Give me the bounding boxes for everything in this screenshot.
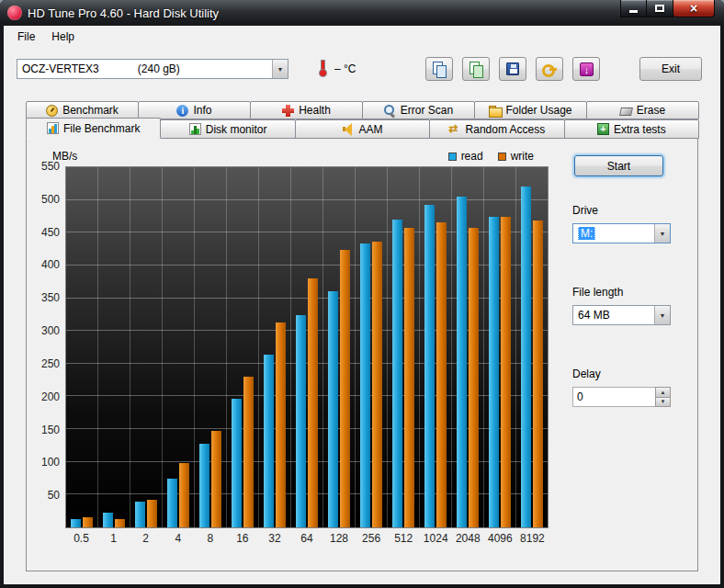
tab-label: Extra tests [614, 123, 666, 136]
bar-group-2 [130, 167, 163, 527]
drive-selector-text: OCZ-VERTEX3(240 gB) [17, 62, 272, 75]
drive-selector-combobox[interactable]: OCZ-VERTEX3(240 gB) ▼ [17, 59, 288, 79]
menu-file[interactable]: File [9, 28, 43, 46]
x-tick-label: 4096 [484, 532, 516, 545]
y-tick-label: 150 [41, 424, 60, 436]
tab-benchmark[interactable]: Benchmark [26, 101, 139, 119]
drive-label: Drive [572, 204, 684, 217]
bar-groups [66, 167, 548, 527]
tab-random-access[interactable]: Random Access [429, 119, 564, 139]
legend-swatch-read [448, 153, 457, 161]
bar-write-8192 [533, 220, 543, 527]
bar-write-64 [308, 278, 318, 527]
bar-read-4 [167, 479, 177, 527]
extra-tests-icon [597, 123, 609, 135]
bar-group-2048 [452, 167, 484, 527]
bar-read-1024 [424, 205, 435, 527]
benchmark-chart: MB/s readwrite 5505004504003503002502001… [32, 142, 558, 571]
tab-info[interactable]: Info [138, 101, 251, 119]
chart-body: 55050045040035030025020015010050 [32, 166, 558, 528]
bar-group-16 [227, 167, 259, 527]
tab-label: Health [299, 104, 331, 117]
tab-erase[interactable]: Erase [586, 101, 699, 119]
menu-help[interactable]: Help [43, 28, 83, 46]
window-body: FileHelp OCZ-VERTEX3(240 gB) ▼ – °C ↓ Ex… [4, 26, 720, 584]
bar-group-128 [323, 167, 356, 527]
bar-write-4 [179, 463, 189, 527]
minimize-button[interactable] [620, 0, 647, 17]
options-button[interactable] [536, 57, 563, 81]
x-tick-label: 8192 [516, 532, 549, 545]
x-axis: 0.512481632641282565121024204840968192 [32, 528, 558, 548]
copy-image-icon [469, 62, 483, 76]
bar-read-8192 [521, 187, 531, 527]
minimize-icon [629, 10, 638, 13]
disk-monitor-icon [189, 123, 201, 135]
bar-write-1 [115, 519, 125, 527]
bar-read-8 [199, 444, 209, 527]
tab-folder-usage[interactable]: Folder Usage [474, 101, 587, 119]
tab-error-scan[interactable]: Error Scan [362, 101, 475, 119]
tab-label: AAM [359, 123, 383, 136]
maximize-button[interactable] [647, 0, 673, 17]
x-tick-label: 32 [258, 532, 290, 545]
exit-button[interactable]: Exit [639, 57, 702, 81]
delay-spin-down-button[interactable]: ▼ [655, 398, 671, 408]
tab-disk-monitor[interactable]: Disk monitor [160, 119, 295, 139]
toolbar: OCZ-VERTEX3(240 gB) ▼ – °C ↓ Exit [4, 48, 720, 90]
y-axis: 55050045040035030025020015010050 [32, 166, 65, 528]
bar-write-4096 [501, 217, 511, 527]
bar-group-8192 [516, 167, 548, 527]
tab-label: Folder Usage [505, 104, 571, 117]
save-screenshot-button[interactable] [499, 57, 526, 81]
benchmark-icon [46, 105, 58, 117]
legend-item-write: write [498, 150, 534, 163]
y-tick-label: 250 [41, 357, 60, 370]
bar-group-32 [259, 167, 291, 527]
bar-write-256 [372, 242, 382, 527]
x-tick-label: 16 [226, 532, 258, 545]
thermometer-icon [318, 59, 326, 79]
legend-label: read [461, 150, 483, 163]
window-controls: × [620, 0, 715, 17]
tab-label: File Benchmark [63, 122, 140, 135]
file-benchmark-panel: MB/s readwrite 5505004504003503002502001… [26, 138, 698, 571]
delay-input[interactable] [572, 387, 655, 407]
bar-group-4 [163, 167, 195, 527]
delay-spin-up-button[interactable]: ▲ [655, 387, 671, 398]
tab-row-2: File BenchmarkDisk monitorAAMRandom Acce… [26, 119, 698, 139]
tab-label: Info [193, 104, 211, 117]
bar-write-128 [340, 250, 350, 527]
tab-health[interactable]: Health [250, 101, 363, 119]
tab-extra-tests[interactable]: Extra tests [564, 119, 699, 139]
copy-text-button[interactable] [425, 57, 453, 81]
bar-write-512 [404, 228, 414, 527]
file-length-dropdown[interactable]: 64 MB ▼ [572, 305, 671, 325]
error-scan-icon [384, 105, 396, 117]
drive-dropdown[interactable]: M: ▼ [572, 223, 671, 243]
file-length-label: File length [572, 286, 684, 299]
drive-name: OCZ-VERTEX3 [22, 62, 99, 75]
bar-read-64 [296, 315, 306, 527]
y-tick-label: 550 [41, 160, 60, 173]
chevron-down-icon: ▼ [654, 306, 670, 324]
maximize-icon [655, 5, 664, 12]
bar-write-2 [147, 500, 157, 527]
close-button[interactable]: × [673, 0, 715, 17]
bar-group-1024 [420, 167, 452, 527]
x-tick-label: 8 [194, 532, 226, 545]
tab-label: Error Scan [401, 104, 453, 117]
bar-read-0.5 [71, 519, 81, 527]
x-tick-label: 1 [97, 532, 130, 545]
start-button[interactable]: Start [574, 155, 663, 176]
tab-file-benchmark[interactable]: File Benchmark [26, 118, 161, 139]
drive-dropdown-text: M: [573, 227, 654, 240]
bar-read-1 [103, 513, 113, 527]
titlebar[interactable]: HD Tune Pro 4.60 - Hard Disk Utility × [0, 0, 724, 26]
update-button[interactable]: ↓ [572, 57, 600, 81]
bar-group-512 [388, 167, 420, 527]
copy-image-button[interactable] [462, 57, 490, 81]
tab-aam[interactable]: AAM [295, 119, 430, 139]
tab-row-1: BenchmarkInfoHealthError ScanFolder Usag… [26, 101, 698, 119]
tab-label: Erase [637, 104, 665, 117]
